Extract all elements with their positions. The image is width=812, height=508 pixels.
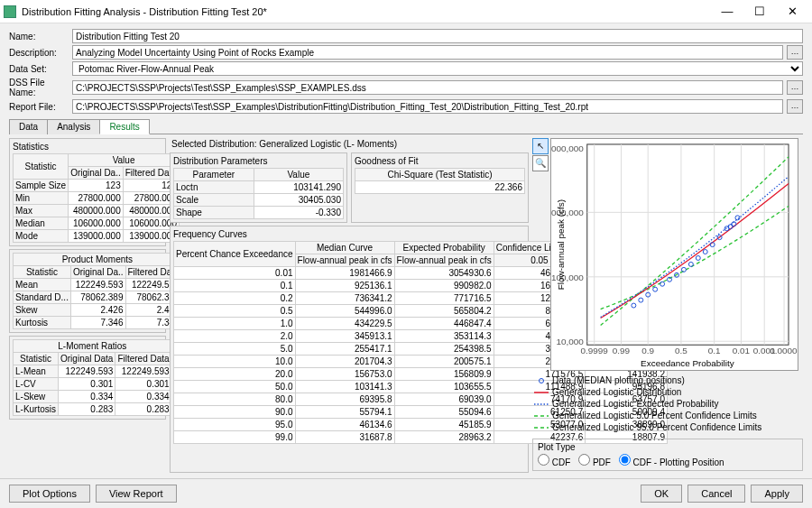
description-field[interactable] — [72, 45, 783, 60]
view-report-button[interactable]: View Report — [96, 485, 177, 503]
tab-data[interactable]: Data — [9, 119, 48, 134]
rpt-browse-button[interactable]: … — [787, 99, 803, 114]
svg-text:0.9999: 0.9999 — [581, 346, 609, 356]
radio-cdf-plotting[interactable]: CDF - Plotting Position — [619, 457, 724, 467]
frequency-curves-group: Frequency Curves Percent Chance Exceedan… — [170, 226, 529, 473]
cancel-button[interactable]: Cancel — [687, 485, 745, 503]
minimize-button[interactable]: — — [711, 2, 743, 22]
lmoment-group: L-Moment Ratios StatisticOriginal DataFi… — [9, 336, 166, 420]
svg-point-43 — [540, 378, 544, 383]
plot-type-group: Plot Type CDF PDF CDF - Plotting Positio… — [532, 439, 803, 471]
dataset-label: Data Set: — [9, 64, 69, 74]
pointer-tool[interactable]: ↖ — [532, 138, 549, 154]
plot-legend: Data (MEDIAN plotting positions) General… — [532, 373, 803, 435]
svg-text:0.00001: 0.00001 — [770, 346, 798, 356]
basic-statistics-table: StatisticValue Original Da..Filtered Dat… — [13, 153, 180, 243]
plot-options-button[interactable]: Plot Options — [9, 485, 90, 503]
zoom-tool[interactable]: 🔍 — [532, 155, 549, 171]
rpt-field[interactable] — [72, 99, 783, 114]
radio-cdf[interactable]: CDF — [538, 457, 570, 467]
svg-text:0.1: 0.1 — [708, 346, 721, 356]
window-title: Distribution Fitting Analysis - Distribu… — [22, 6, 711, 17]
tab-results[interactable]: Results — [99, 119, 149, 134]
dataset-combo[interactable]: Potomac River-Flow-Annual Peak — [72, 61, 803, 76]
apply-button[interactable]: Apply — [751, 485, 803, 503]
close-button[interactable]: ✕ — [776, 2, 808, 22]
goodness-of-fit-group: Goodness of Fit Chi-Square (Test Statist… — [351, 152, 529, 223]
product-moments-group: Product Moments StatisticOriginal Da..Fi… — [9, 249, 166, 333]
svg-text:0.5: 0.5 — [675, 346, 687, 356]
probability-plot[interactable]: 10,000 100,000 1,000,000 10,000,000 0.99… — [550, 138, 798, 371]
svg-text:0.01: 0.01 — [733, 346, 751, 356]
dss-field[interactable] — [72, 80, 783, 95]
radio-pdf[interactable]: PDF — [578, 457, 611, 467]
svg-text:0.99: 0.99 — [613, 346, 631, 356]
rpt-label: Report File: — [9, 102, 69, 112]
name-field[interactable] — [72, 29, 803, 43]
maximize-button[interactable]: ☐ — [743, 2, 776, 22]
product-moments-table: Product Moments StatisticOriginal Da..Fi… — [13, 253, 182, 329]
svg-text:10,000,000: 10,000,000 — [551, 143, 584, 153]
svg-rect-0 — [587, 144, 789, 345]
name-label: Name: — [9, 32, 69, 42]
description-browse-button[interactable]: … — [787, 45, 803, 60]
description-label: Description: — [9, 48, 69, 58]
dss-browse-button[interactable]: … — [787, 80, 803, 95]
dss-label: DSS File Name: — [9, 78, 69, 97]
selected-distribution-label: Selected Distribution: Generalized Logis… — [170, 138, 529, 150]
tab-analysis[interactable]: Analysis — [47, 119, 100, 134]
svg-text:Exceedance Probability: Exceedance Probability — [641, 358, 734, 368]
lmoment-table: L-Moment Ratios StatisticOriginal DataFi… — [13, 339, 172, 416]
svg-text:Flow-annual peak (cfs): Flow-annual peak (cfs) — [556, 199, 566, 290]
ok-button[interactable]: OK — [641, 485, 682, 503]
svg-text:0.9: 0.9 — [641, 346, 654, 356]
distribution-parameters-group: Distribution Parameters ParameterValue L… — [170, 152, 347, 223]
statistics-group: Statistics StatisticValue Original Da..F… — [9, 138, 166, 246]
app-icon — [4, 5, 16, 18]
